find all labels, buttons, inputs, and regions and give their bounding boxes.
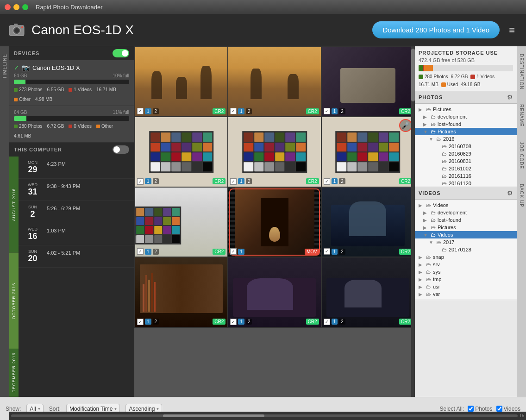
devices-toggle[interactable] [113,49,129,57]
photo-num1-7[interactable]: 1 [145,249,151,255]
photo-num1-5[interactable]: 1 [238,178,244,184]
tab-destination[interactable]: Destination [518,51,525,92]
menu-button[interactable]: ≡ [505,22,519,38]
tree-item-20161116[interactable]: 🗁 20161116 [415,172,517,180]
tree-item-vdev[interactable]: ▶ 🗁 development [415,209,517,216]
maximize-button[interactable] [22,4,28,10]
tree-item-lostfound[interactable]: ▶ 🗁 lost+found [415,120,517,128]
photo-num2-4[interactable]: 2 [153,178,159,184]
tree-item-usr[interactable]: ▶ 🗁 usr [415,283,517,290]
photo-check-8[interactable]: ✓ [230,248,237,255]
tree-item-20160829[interactable]: 🗁 20160829 [415,150,517,157]
photo-num1-3[interactable]: 1 [332,108,338,114]
tree-item-v2017[interactable]: ▼ 🗁 2017 [415,238,517,246]
photo-num1-9[interactable]: 1 [332,249,338,255]
tree-item-tmp[interactable]: ▶ 🗁 tmp [415,276,517,283]
tab-job-code[interactable]: Job Code [518,139,525,172]
photo-num2-5[interactable]: 2 [246,178,252,184]
photos-checkbox-label[interactable]: Photos [468,406,492,412]
photo-num2-6[interactable]: 2 [339,178,345,184]
photo-num2-11[interactable]: 2 [246,319,252,325]
tree-item-srv[interactable]: ▶ 🗁 srv [415,261,517,268]
timeline-tab[interactable]: Timeline [1,51,8,81]
tree-item-var[interactable]: ▶ 🗁 var [415,290,517,298]
photo-check-1[interactable]: ✓ [137,108,144,114]
photo-check-11[interactable]: ✓ [230,319,237,325]
tree-item-20161002[interactable]: 🗁 20161002 [415,165,517,172]
photo-num2-7[interactable]: 2 [153,249,159,255]
photo-check-9[interactable]: ✓ [324,248,330,255]
videos-gear-icon[interactable]: ⚙ [507,189,513,197]
tree-item-vpics[interactable]: ▶ 🗁 Pictures [415,224,517,231]
photo-check-10[interactable]: ✓ [137,319,144,325]
photo-check-12[interactable]: ✓ [324,319,330,325]
photo-cell-5[interactable]: ✓ 1 2 CR2 [228,117,320,186]
tree-item-2016[interactable]: ▼ 🗁 2016 [415,135,517,143]
tree-item-pictures-root[interactable]: ▶ 🗁 Pictures [415,106,517,113]
photo-grid[interactable]: ✓ 1 2 CR2 ✓ 1 2 CR [134,46,415,328]
photo-cell-2[interactable]: ✓ 1 2 CR2 [228,47,320,116]
titlebar: Rapid Photo Downloader [0,0,526,14]
this-computer-toggle[interactable] [113,145,129,154]
tree-label-20160831: 20160831 [449,158,471,164]
photo-cell-8[interactable]: ✓ 1 MOV [228,188,320,257]
photo-cell-12[interactable]: ✓ 1 2 CR2 [322,257,414,326]
photo-cell-3[interactable]: ✓ 1 2 CR2 [322,47,414,116]
videos-checkbox[interactable] [496,406,502,412]
photo-check-4[interactable]: ✓ [137,178,144,185]
photo-cell-7[interactable]: ✓ 1 2 CR2 [135,188,227,257]
photos-gear-icon[interactable]: ⚙ [507,94,513,101]
tree-item-pictures[interactable]: ▼ 🗁 Pictures [415,128,517,135]
download-button[interactable]: Download 280 Photos and 1 Video [372,21,500,38]
tab-back-up[interactable]: Back Up [518,181,525,210]
videos-file-tree[interactable]: ▶ 🗁 Videos ▶ 🗁 development ▶ 🗁 lost+foun… [415,200,517,300]
tree-item-vvideos[interactable]: ▼ 🗁 Videos [415,231,517,238]
photo-cell-6[interactable]: 🎤 ✓ 1 2 CR2 [322,117,414,186]
photos-checkbox[interactable] [468,406,474,412]
photo-check-3[interactable]: ✓ [324,108,330,114]
tree-item-sys[interactable]: ▶ 🗁 sys [415,268,517,276]
photo-num1-11[interactable]: 1 [238,319,244,325]
photo-check-2[interactable]: ✓ [230,108,237,114]
photo-num1-12[interactable]: 1 [332,319,338,325]
tree-item-20160708[interactable]: 🗁 20160708 [415,143,517,150]
photo-cell-1[interactable]: ✓ 1 2 CR2 [135,47,227,116]
photo-num2-9[interactable]: 2 [339,249,345,255]
photo-num1-2[interactable]: 1 [238,108,244,114]
tree-item-20160831[interactable]: 🗁 20160831 [415,157,517,165]
grid-scrollbar-thumb[interactable] [411,49,415,101]
photo-num1-6[interactable]: 1 [332,178,338,184]
tree-item-vlf[interactable]: ▶ 🗁 lost+found [415,216,517,224]
expand-icon-vvideos: ▼ [423,232,429,238]
photo-num1-1[interactable]: 1 [145,108,151,114]
photo-num2-3[interactable]: 2 [339,108,345,114]
photo-num1-8[interactable]: 1 [238,249,244,255]
close-button[interactable] [5,4,11,10]
tree-item-20161120[interactable]: 🗁 20161120 [415,180,517,187]
timeline-entries[interactable]: MON 29 4:23 PM WED 31 9:38 - 9:43 PM [19,157,134,397]
photo-num2-10[interactable]: 2 [153,319,159,325]
photo-check-7[interactable]: ✓ [137,248,144,255]
legend-dot-used [441,82,446,87]
window-controls[interactable] [5,4,28,10]
photo-cell-4[interactable]: ✓ 1 2 CR2 [135,117,227,186]
photos-file-tree[interactable]: ▶ 🗁 Pictures ▶ 🗁 development ▶ 🗁 lost+fo… [415,104,517,187]
photo-num1-4[interactable]: 1 [145,178,151,184]
photo-num2-1[interactable]: 2 [153,108,159,114]
tree-item-videos-root[interactable]: ▶ 🗁 Videos [415,201,517,209]
photo-check-5[interactable]: ✓ [230,178,237,185]
photo-check-6[interactable]: ✓ [324,178,330,185]
videos-checkbox-label[interactable]: Videos [496,406,520,412]
photo-num2-12[interactable]: 2 [339,319,345,325]
photo-num1-10[interactable]: 1 [145,319,151,325]
grid-scrollbar[interactable] [411,46,415,397]
tree-item-development[interactable]: ▶ 🗁 development [415,113,517,120]
photo-cell-11[interactable]: ✓ 1 2 CR2 [228,257,320,326]
tab-rename[interactable]: Rename [518,101,525,130]
minimize-button[interactable] [13,4,19,10]
tree-item-20170128[interactable]: 🗁 20170128 [415,246,517,253]
photo-cell-9[interactable]: ✓ 1 2 CR2 [322,188,414,257]
photo-num2-2[interactable]: 2 [246,108,252,114]
tree-item-snap[interactable]: ▶ 🗁 snap [415,253,517,261]
photo-cell-10[interactable]: ✓ 1 2 CR2 [135,257,227,326]
